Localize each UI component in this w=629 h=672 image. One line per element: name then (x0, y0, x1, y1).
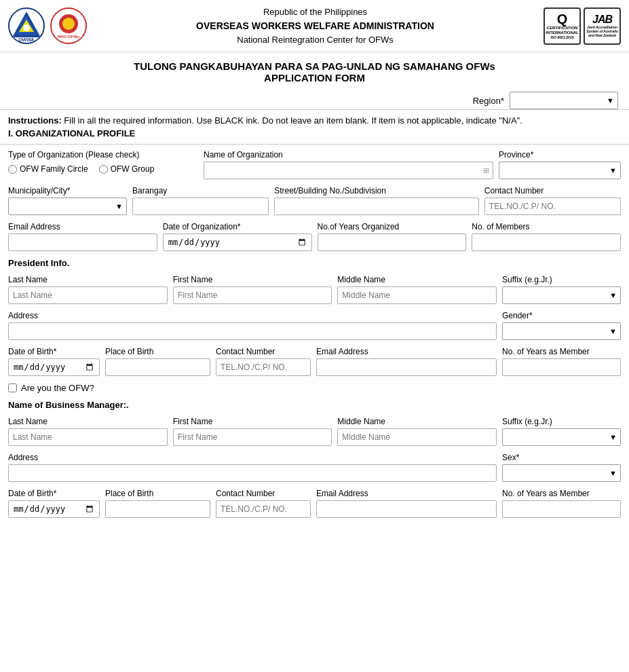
province-select[interactable] (499, 162, 621, 179)
address-row: Municipality/City* ▼ Barangay Street/Bui… (8, 186, 621, 215)
bm-sex-select-wrap[interactable]: ▼ (502, 464, 621, 482)
jab-badge: JAB Joint AccreditationSystem of Austral… (584, 7, 621, 45)
org-type-label: Type of Organization (Please check) (8, 150, 198, 160)
instructions-text: Fill in all the required information. Us… (62, 115, 522, 126)
ofw-group-label: OFW Group (111, 164, 155, 174)
bm-years-member-input[interactable] (502, 500, 621, 518)
pres-years-member-group: No. of Years as Member (502, 347, 621, 376)
municipality-select[interactable] (8, 198, 127, 215)
bm-dob-row: Date of Birth* Place of Birth Contact Nu… (8, 489, 621, 518)
bm-suffix-label: Suffix (e.g.Jr.) (502, 417, 621, 426)
pres-gender-label: Gender* (502, 311, 621, 320)
pres-years-member-input[interactable] (502, 358, 621, 376)
header-center: Republic of the Philippines OVERSEAS WOR… (87, 5, 544, 46)
pres-email-label: Email Address (316, 347, 497, 356)
header-line2: OVERSEAS WORKERS WELFARE ADMINISTRATION (87, 19, 544, 33)
street-label: Street/Building No./Subdivision (274, 186, 479, 195)
years-org-group: No.of Years Organized (318, 222, 467, 251)
years-org-input[interactable] (318, 234, 467, 251)
date-org-input[interactable] (163, 234, 312, 251)
num-members-input[interactable] (472, 234, 621, 251)
bm-lastname-label: Last Name (8, 417, 168, 426)
pres-dob-input[interactable] (8, 358, 100, 376)
bm-middlename-input[interactable] (337, 428, 497, 446)
bm-contact-label: Contact Number (216, 489, 311, 498)
street-input[interactable] (274, 198, 479, 215)
years-org-label: No.of Years Organized (318, 222, 467, 231)
org-type-options: OFW Family Circle OFW Group (8, 164, 198, 174)
pres-middlename-input[interactable] (337, 286, 497, 304)
pres-address-input[interactable] (8, 322, 497, 340)
pres-firstname-label: First Name (173, 275, 332, 284)
pres-gender-select-wrap[interactable]: ▼ (502, 322, 621, 340)
section1-title: I. ORGANIZATIONAL PROFILE (0, 128, 629, 144)
pres-contact-label: Contact Number (216, 347, 311, 356)
pres-dob-row: Date of Birth* Place of Birth Contact Nu… (8, 347, 621, 376)
svg-text:NRC-OFWs: NRC-OFWs (58, 35, 80, 39)
pres-address-group: Address (8, 311, 497, 340)
bm-contact-input[interactable] (216, 500, 311, 518)
iso-q-badge: Q CERTIFICATIONINTERNATIONAL ISO 9001:20… (544, 7, 581, 45)
ofw-group-option[interactable]: OFW Group (99, 164, 155, 174)
bm-address-group: Address (8, 453, 497, 482)
pres-email-group: Email Address (316, 347, 497, 376)
region-select[interactable] (510, 92, 618, 109)
bm-pob-input[interactable] (105, 500, 210, 518)
pres-lastname-input[interactable] (8, 286, 168, 304)
bm-sex-select[interactable] (502, 464, 621, 482)
bm-firstname-input[interactable] (173, 428, 332, 446)
logos-left: OWWA NRC-OFWs (8, 7, 87, 44)
barangay-group: Barangay (132, 186, 269, 215)
page-title: TULONG PANGKABUHAYAN PARA SA PAG-UNLAD N… (0, 52, 629, 88)
pres-contact-group: Contact Number (216, 347, 311, 376)
bm-suffix-select-wrap[interactable]: ▼ (502, 428, 621, 446)
bm-address-row: Address Sex* ▼ (8, 453, 621, 482)
email-input[interactable] (8, 234, 157, 251)
expand-icon: ⊞ (483, 166, 489, 175)
pres-suffix-group: Suffix (e.g.Jr.) ▼ (502, 275, 621, 304)
municipality-label: Municipality/City* (8, 186, 127, 195)
bm-years-member-group: No. of Years as Member (502, 489, 621, 518)
pres-gender-select[interactable] (502, 322, 621, 340)
bm-suffix-select[interactable] (502, 428, 621, 446)
bm-dob-label: Date of Birth* (8, 489, 100, 498)
ofw-family-circle-radio[interactable] (8, 165, 17, 174)
bm-sex-label: Sex* (502, 453, 621, 462)
bm-lastname-input[interactable] (8, 428, 168, 446)
ofw-checkbox-label: Are you the OFW? (21, 383, 94, 393)
email-date-row: Email Address Date of Organization* No.o… (8, 222, 621, 251)
ofw-family-circle-option[interactable]: OFW Family Circle (8, 164, 88, 174)
pres-contact-input[interactable] (216, 358, 311, 376)
num-members-label: No. of Members (472, 222, 621, 231)
bm-sex-group: Sex* ▼ (502, 453, 621, 482)
date-org-label: Date of Organization* (163, 222, 312, 231)
bm-email-input[interactable] (316, 500, 497, 518)
pres-suffix-select-wrap[interactable]: ▼ (502, 286, 621, 304)
header: OWWA NRC-OFWs Republic of the Philippine… (0, 0, 629, 52)
municipality-select-wrap[interactable]: ▼ (8, 198, 127, 215)
bm-pob-group: Place of Birth (105, 489, 210, 518)
ofw-group-radio[interactable] (99, 165, 108, 174)
barangay-label: Barangay (132, 186, 269, 195)
ofw-checkbox[interactable] (8, 384, 17, 392)
bm-address-input[interactable] (8, 464, 497, 482)
province-group: Province* ▼ (499, 150, 621, 179)
pres-email-input[interactable] (316, 358, 497, 376)
pres-address-label: Address (8, 311, 497, 320)
pres-suffix-label: Suffix (e.g.Jr.) (502, 275, 621, 284)
street-group: Street/Building No./Subdivision (274, 186, 479, 215)
nrc-logo: NRC-OFWs (50, 7, 87, 44)
region-select-wrap[interactable]: ▼ (510, 92, 618, 109)
bm-dob-input[interactable] (8, 500, 100, 518)
pres-pob-input[interactable] (105, 358, 210, 376)
bm-years-member-label: No. of Years as Member (502, 489, 621, 498)
province-select-wrap[interactable]: ▼ (499, 162, 621, 179)
org-name-input[interactable] (204, 162, 493, 179)
org-name-label: Name of Organization (204, 150, 493, 160)
pres-suffix-select[interactable] (502, 286, 621, 304)
bm-name-row: Last Name First Name Middle Name Suffix … (8, 417, 621, 446)
pres-firstname-input[interactable] (173, 286, 332, 304)
barangay-input[interactable] (132, 198, 269, 215)
org-name-group: Name of Organization ⊞ (204, 150, 493, 179)
contact-input[interactable] (484, 198, 621, 215)
